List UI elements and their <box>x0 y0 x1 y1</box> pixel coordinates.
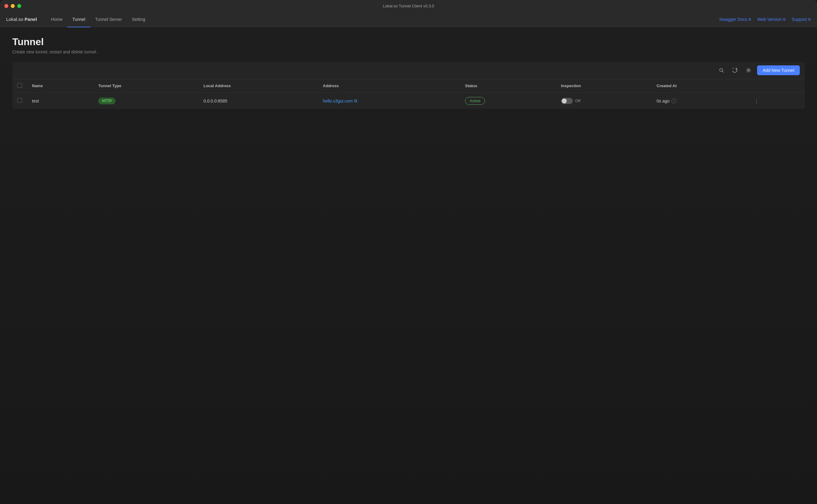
col-header-status: Status <box>460 79 556 93</box>
inspection-toggle[interactable] <box>561 98 573 104</box>
web-version-link[interactable]: Web Version ⧉ <box>757 17 786 22</box>
brand-prefix: Lokal.so <box>6 17 25 22</box>
col-header-created-at: Created At <box>652 79 748 93</box>
maximize-button[interactable] <box>17 4 21 8</box>
page-subtitle: Create new tunnel, restart and delete tu… <box>12 49 805 54</box>
inspection-toggle-container: Off <box>561 98 647 104</box>
window-title: Lokal.so Tunnel Client v0.3.0 <box>383 4 434 8</box>
col-header-tunnel-type: Tunnel Type <box>93 79 198 93</box>
close-button[interactable] <box>4 4 8 8</box>
tunnels-table: Name Tunnel Type Local Address Address S… <box>12 79 805 109</box>
col-header-actions <box>748 79 805 93</box>
external-link-icon: ⧉ <box>749 17 751 21</box>
nav-item-setting[interactable]: Setting <box>127 12 150 27</box>
traffic-lights <box>4 4 21 8</box>
table-row: test HTTP 0.0.0.0:8585 hello.s3gui.com ⧉ <box>12 93 805 109</box>
support-label: Support <box>792 17 807 22</box>
svg-line-1 <box>722 71 724 72</box>
col-header-local-address: Local Address <box>198 79 318 93</box>
swagger-docs-label: Swagger Docs <box>719 17 747 22</box>
table-header-row: Name Tunnel Type Local Address Address S… <box>12 79 805 93</box>
row-address[interactable]: hello.s3gui.com ⧉ <box>318 93 460 109</box>
refresh-icon[interactable] <box>730 65 740 75</box>
inspection-toggle-label: Off <box>575 99 581 103</box>
col-header-name: Name <box>27 79 93 93</box>
settings-icon[interactable] <box>744 65 753 75</box>
tunnel-type-badge: HTTP <box>98 98 115 104</box>
nav-item-tunnel[interactable]: Tunnel <box>67 12 90 27</box>
nav-right: Swagger Docs ⧉ Web Version ⧉ Support ⧉ <box>719 17 811 22</box>
nav-links: Home Tunnel Tunnel Server Setting <box>46 12 719 27</box>
support-link[interactable]: Support ⧉ <box>792 17 811 22</box>
row-checkbox-cell <box>12 93 27 109</box>
nav-bar: Lokal.so Panel Home Tunnel Tunnel Server… <box>0 12 817 27</box>
row-name: test <box>27 93 93 109</box>
more-actions-icon[interactable]: ⋮ <box>753 97 761 105</box>
created-at-value: 0s ago <box>657 99 670 103</box>
row-tunnel-type: HTTP <box>93 93 198 109</box>
row-actions-cell: ⋮ <box>748 93 805 109</box>
web-version-label: Web Version <box>757 17 782 22</box>
col-header-inspection: Inspection <box>556 79 652 93</box>
external-link-icon-2: ⧉ <box>783 17 786 21</box>
brand: Lokal.so Panel <box>6 17 37 22</box>
swagger-docs-link[interactable]: Swagger Docs ⧉ <box>719 17 751 22</box>
minimize-button[interactable] <box>11 4 15 8</box>
external-link-icon-3: ⧉ <box>808 17 811 21</box>
main-content: Tunnel Create new tunnel, restart and de… <box>0 27 817 504</box>
brand-bold: Panel <box>25 17 37 22</box>
info-icon[interactable]: i <box>671 99 676 103</box>
toggle-knob <box>562 99 567 103</box>
page-title: Tunnel <box>12 36 805 48</box>
address-text: hello.s3gui.com <box>323 99 352 103</box>
row-inspection: Off <box>556 93 652 109</box>
table-toolbar: Add New Tunnel <box>12 62 805 79</box>
svg-point-2 <box>748 70 749 71</box>
row-checkbox[interactable] <box>17 98 22 103</box>
select-all-checkbox[interactable] <box>17 83 22 88</box>
header-checkbox-cell <box>12 79 27 93</box>
created-at-cell: 0s ago i <box>657 99 743 103</box>
nav-item-home[interactable]: Home <box>46 12 67 27</box>
tunnel-table-container: Add New Tunnel Name Tunnel Type Local Ad… <box>12 62 805 109</box>
row-local-address: 0.0.0.0:8585 <box>198 93 318 109</box>
nav-item-tunnel-server[interactable]: Tunnel Server <box>90 12 127 27</box>
address-link[interactable]: hello.s3gui.com ⧉ <box>323 98 455 103</box>
row-status: Active <box>460 93 556 109</box>
address-external-link-icon: ⧉ <box>354 98 357 103</box>
search-icon[interactable] <box>717 65 726 75</box>
col-header-address: Address <box>318 79 460 93</box>
row-created-at: 0s ago i <box>652 93 748 109</box>
title-bar: Lokal.so Tunnel Client v0.3.0 <box>0 0 817 12</box>
status-badge: Active <box>465 97 485 105</box>
add-new-tunnel-button[interactable]: Add New Tunnel <box>757 65 800 75</box>
